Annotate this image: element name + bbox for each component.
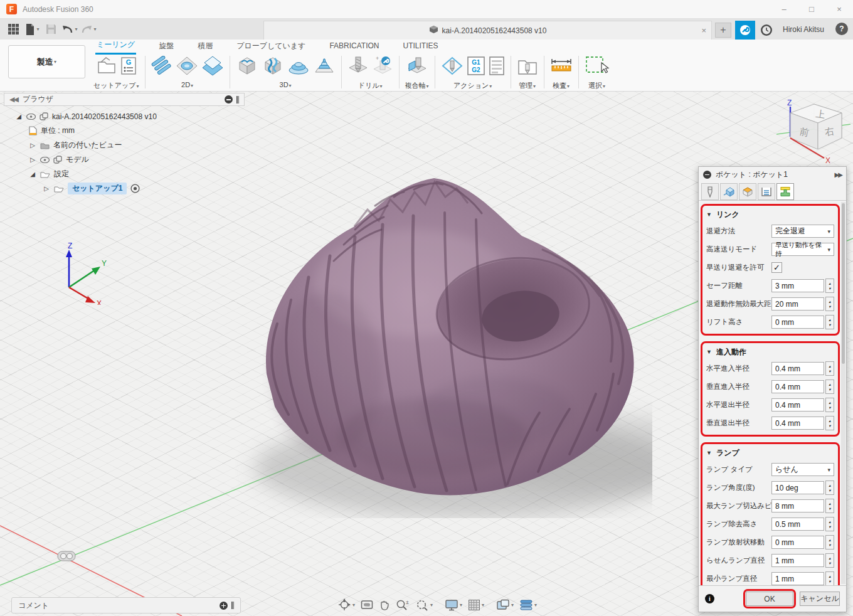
origin-marker[interactable] <box>56 550 78 563</box>
close-button[interactable]: × <box>825 0 853 18</box>
spinner-buttons[interactable]: ▴▾ <box>825 297 834 311</box>
document-tab[interactable]: kai-A.20140205162443508 v10 × <box>263 21 712 40</box>
spinner-buttons[interactable]: ▴▾ <box>825 380 834 394</box>
active-setup-radio-icon[interactable] <box>130 184 140 193</box>
select-box-icon[interactable] <box>585 55 610 79</box>
group-label-2d[interactable]: 2D▾ <box>181 81 193 88</box>
setup-sheet-icon[interactable] <box>489 56 505 78</box>
2d-pocket-icon[interactable] <box>176 56 198 78</box>
spinner-buttons[interactable]: ▴▾ <box>825 416 834 430</box>
drill-icon[interactable] <box>347 55 369 79</box>
ramp-angle-input[interactable]: 10 deg <box>771 481 824 494</box>
tab-turning[interactable]: 旋盤 <box>157 40 175 54</box>
spinner-buttons[interactable]: ▴▾ <box>825 481 834 495</box>
spinner-buttons[interactable]: ▴▾ <box>825 398 834 412</box>
undo-icon[interactable]: ▾ <box>61 21 78 38</box>
group-label-inspect[interactable]: 検査▾ <box>553 81 570 90</box>
close-tab-icon[interactable]: × <box>701 26 706 35</box>
safe-distance-input[interactable]: 3 mm <box>771 279 824 292</box>
browser-item-models[interactable]: ▷ モデル <box>29 152 157 167</box>
2d-face-icon[interactable] <box>151 56 172 78</box>
look-at-icon[interactable] <box>361 599 373 610</box>
expand-triangle-icon[interactable]: ◢ <box>29 171 36 178</box>
horizontal-lead-out-radius-input[interactable]: 0.4 mm <box>771 398 824 412</box>
group-label-multiaxis[interactable]: 複合軸▾ <box>405 81 429 90</box>
allow-rapid-retract-checkbox[interactable]: ✓ <box>771 262 782 273</box>
group-label-drill[interactable]: ドリル▾ <box>358 81 383 90</box>
ramp-clearance-height-input[interactable]: 0.5 mm <box>771 518 824 531</box>
browser-item-named-views[interactable]: ▷ 名前の付いたビュー <box>29 138 157 152</box>
tab-linking-icon[interactable] <box>776 183 794 200</box>
browser-item-units[interactable]: 単位 : mm <box>29 124 157 138</box>
tap-icon[interactable]: + <box>372 55 393 79</box>
tab-milling[interactable]: ミーリング <box>95 38 136 55</box>
lift-height-input[interactable]: 0 mm <box>771 316 824 329</box>
group-label-3d[interactable]: 3D▾ <box>280 81 292 88</box>
tab-additive[interactable]: 積層 <box>196 40 214 54</box>
spinner-buttons[interactable]: ▴▾ <box>825 499 834 513</box>
dialog-scrollbar[interactable] <box>841 202 845 584</box>
new-setup-icon[interactable] <box>96 56 117 78</box>
tab-utilities[interactable]: UTILITIES <box>402 40 440 53</box>
minimize-button[interactable]: – <box>770 0 798 18</box>
group-label-actions[interactable]: アクション▾ <box>453 81 492 90</box>
viewport-canvas[interactable]: Z Y X Z 上 前 右 X ◀◀ ブラウザ ◢ <box>0 92 853 616</box>
ramp-type-select[interactable]: らせん▾ <box>771 463 834 476</box>
simulate-icon[interactable] <box>441 56 464 78</box>
spinner-buttons[interactable]: ▴▾ <box>825 553 834 568</box>
redo-icon[interactable]: ▾ <box>80 21 97 38</box>
tab-heights-icon[interactable] <box>739 183 756 200</box>
workspace-selector[interactable]: 製造▾ <box>8 45 85 78</box>
group-label-setup[interactable]: セットアップ▾ <box>93 81 139 90</box>
panel-minus-icon[interactable] <box>225 95 233 104</box>
tool-library-icon[interactable] <box>517 56 538 78</box>
tab-tool-icon[interactable] <box>701 183 719 200</box>
cancel-button[interactable]: キャンセル <box>800 592 840 606</box>
comment-bar[interactable]: コメント <box>11 597 241 613</box>
user-name[interactable]: Hiroki Akitsu <box>783 25 824 34</box>
group-label-select[interactable]: 選択▾ <box>588 81 605 90</box>
3d-flow-icon[interactable] <box>262 55 284 79</box>
expand-triangle-icon[interactable]: ◢ <box>15 113 23 120</box>
browser-item-settings[interactable]: ◢ 設定 <box>29 167 157 181</box>
spinner-buttons[interactable]: ▴▾ <box>825 315 834 329</box>
viewcube[interactable]: Z 上 前 右 X <box>776 98 852 170</box>
window-zoom-icon[interactable]: ▾ <box>415 599 433 611</box>
max-stay-down-distance-input[interactable]: 20 mm <box>771 297 824 311</box>
tab-geometry-icon[interactable] <box>720 183 738 200</box>
browser-item-setup1[interactable]: ▷ セットアップ1 <box>43 181 157 196</box>
collapsed-arrow-icon[interactable]: ▷ <box>29 156 36 163</box>
retraction-policy-select[interactable]: 完全退避▾ <box>771 225 834 238</box>
spinner-buttons[interactable]: ▴▾ <box>825 517 834 531</box>
multiaxis-icon[interactable] <box>405 55 429 79</box>
tab-passes-icon[interactable] <box>758 183 775 200</box>
post-process-icon[interactable]: G1G2 <box>467 56 485 78</box>
tab-fabrication[interactable]: FABRICATION <box>328 40 380 53</box>
visual-style-icon[interactable]: ▾ <box>519 599 537 610</box>
dialog-expand-icon[interactable]: ▶▶ <box>835 171 842 178</box>
zoom-icon[interactable]: ± <box>396 599 410 611</box>
browser-item-root[interactable]: ◢ kai-A.20140205162443508 v10 <box>15 109 157 124</box>
spinner-buttons[interactable]: ▴▾ <box>825 535 834 550</box>
save-icon[interactable] <box>43 21 59 38</box>
ramp-radial-clearance-input[interactable]: 0 mm <box>771 536 824 549</box>
3d-morphed-spiral-icon[interactable] <box>313 56 336 78</box>
comment-resize-grip[interactable] <box>231 602 234 609</box>
pan-icon[interactable] <box>379 599 390 611</box>
vertical-lead-out-radius-input[interactable]: 0.4 mm <box>771 417 824 430</box>
browser-panel-header[interactable]: ◀◀ ブラウザ <box>4 93 245 106</box>
ok-button[interactable]: OK <box>746 592 793 606</box>
panel-resize-grip[interactable] <box>236 96 239 104</box>
group-label-manage[interactable]: 管理▾ <box>519 81 536 90</box>
file-menu-icon[interactable]: ▾ <box>24 21 40 38</box>
high-feed-mode-select[interactable]: 早送り動作を保持▾ <box>771 243 834 256</box>
job-status-icon[interactable] <box>735 21 755 40</box>
section-header-linking[interactable]: ▼リンク <box>706 207 834 222</box>
spinner-buttons[interactable]: ▴▾ <box>825 279 834 293</box>
collapsed-arrow-icon[interactable]: ▷ <box>43 185 50 192</box>
min-ramp-diameter-input[interactable]: 1 mm <box>771 572 824 585</box>
section-header-leads[interactable]: ▼進入動作 <box>706 344 834 359</box>
viewports-icon[interactable]: ▾ <box>496 599 514 611</box>
tab-probing[interactable]: プローブしています <box>235 40 307 54</box>
grid-settings-icon[interactable]: ▾ <box>468 599 484 611</box>
